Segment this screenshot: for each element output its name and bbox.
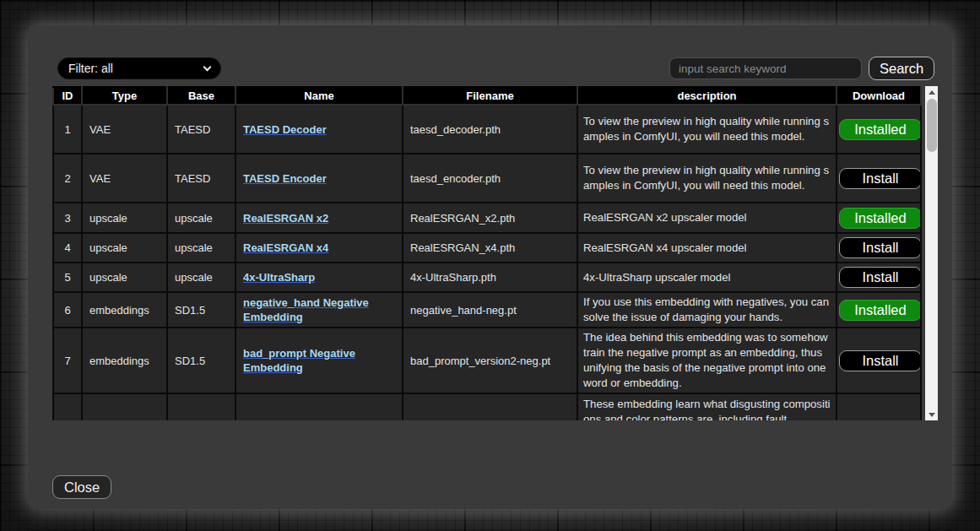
model-link[interactable]: TAESD Encoder	[243, 172, 327, 185]
scrollbar-down-button[interactable]	[925, 409, 938, 420]
column-header-type: Type	[82, 87, 167, 105]
column-header-description: description	[577, 87, 837, 105]
triangle-up-icon	[929, 90, 935, 95]
table-header-row: IDTypeBaseNameFilenamedescriptionDownloa…	[53, 87, 921, 105]
model-link[interactable]: bad_prompt Negative Embedding	[243, 347, 355, 374]
cell-type: upscale	[82, 263, 167, 292]
cell-filename: 4x-UltraSharp.pth	[403, 263, 577, 292]
model-link[interactable]: negative_hand Negative Embedding	[243, 296, 369, 323]
cell-name: RealESRGAN x2	[236, 203, 403, 233]
close-button[interactable]: Close	[52, 475, 111, 499]
table-row: 2 VAE TAESD TAESD Encoder taesd_encoder.…	[53, 154, 921, 203]
model-link[interactable]: RealESRGAN x4	[243, 241, 328, 254]
cell-description: If you use this embedding with negatives…	[577, 292, 837, 328]
model-link[interactable]: 4x-UltraSharp	[243, 271, 315, 284]
column-header-name: Name	[236, 87, 403, 105]
table-row: 5 upscale upscale 4x-UltraSharp 4x-Ultra…	[53, 263, 921, 292]
cell-type: embeddings	[82, 328, 167, 393]
table-row: 7 embeddings SD1.5 bad_prompt Negative E…	[53, 328, 921, 393]
cell-name: RealESRGAN x4	[236, 233, 403, 263]
cell-filename: taesd_encoder.pth	[403, 154, 577, 203]
cell-base: upscale	[167, 203, 236, 233]
filter-dropdown-wrap: Filter: all	[57, 57, 221, 79]
cell-download: Install	[837, 154, 921, 203]
cell-description: To view the preview in high quality whil…	[577, 105, 837, 154]
cell-id	[53, 393, 82, 420]
cell-download	[837, 393, 921, 420]
cell-type: upscale	[82, 203, 167, 233]
cell-download: Installed	[837, 105, 921, 154]
cell-name	[236, 393, 403, 420]
cell-name: negative_hand Negative Embedding	[236, 292, 403, 328]
cell-description: To view the preview in high quality whil…	[577, 154, 837, 203]
table-row: 6 embeddings SD1.5 negative_hand Negativ…	[53, 292, 921, 328]
cell-description: RealESRGAN x2 upscaler model	[577, 203, 837, 233]
models-table: IDTypeBaseNameFilenamedescriptionDownloa…	[52, 86, 922, 420]
column-header-download: Download	[837, 87, 921, 105]
cell-base	[167, 393, 236, 420]
cell-name: TAESD Decoder	[236, 105, 403, 154]
table-row: 1 VAE TAESD TAESD Decoder taesd_decoder.…	[53, 105, 921, 154]
cell-download: Installed	[837, 292, 921, 328]
triangle-down-icon	[929, 413, 935, 417]
cell-name: bad_prompt Negative Embedding	[236, 328, 403, 393]
cell-base: SD1.5	[167, 292, 236, 328]
cell-filename: negative_hand-neg.pt	[403, 292, 577, 328]
table-row: 4 upscale upscale RealESRGAN x4 RealESRG…	[53, 233, 921, 263]
cell-id: 7	[53, 328, 82, 393]
cell-name: 4x-UltraSharp	[236, 263, 403, 292]
cell-filename: RealESRGAN_x4.pth	[403, 233, 577, 263]
cell-type	[82, 393, 167, 420]
scrollbar-thumb[interactable]	[927, 99, 937, 152]
cell-description: 4x-UltraSharp upscaler model	[577, 263, 837, 292]
model-link[interactable]: RealESRGAN x2	[243, 212, 328, 225]
cell-description: RealESRGAN x4 upscaler model	[577, 233, 837, 263]
model-link[interactable]: TAESD Decoder	[243, 123, 327, 136]
installed-button[interactable]: Installed	[839, 300, 921, 321]
cell-description: The idea behind this embedding was to so…	[577, 328, 837, 393]
cell-type: upscale	[82, 233, 167, 263]
cell-description: These embedding learn what disgusting co…	[577, 393, 837, 420]
cell-filename: taesd_decoder.pth	[403, 105, 577, 154]
cell-type: VAE	[82, 105, 167, 154]
cell-download: Install	[837, 263, 921, 292]
cell-filename: bad_prompt_version2-neg.pt	[403, 328, 577, 393]
table-row: 3 upscale upscale RealESRGAN x2 RealESRG…	[53, 203, 921, 233]
cell-base: upscale	[167, 233, 236, 263]
cell-filename	[403, 393, 577, 420]
table-row: These embedding learn what disgusting co…	[53, 393, 921, 420]
cell-download: Installed	[837, 203, 921, 233]
table-scrollbar[interactable]	[925, 86, 938, 420]
cell-base: TAESD	[167, 154, 236, 203]
installed-button[interactable]: Installed	[839, 119, 921, 140]
cell-name: TAESD Encoder	[236, 154, 403, 203]
cell-download: Install	[837, 233, 921, 263]
install-button[interactable]: Install	[839, 168, 921, 189]
install-button[interactable]: Install	[839, 267, 921, 288]
cell-base: upscale	[167, 263, 236, 292]
cell-type: embeddings	[82, 292, 167, 328]
cell-base: TAESD	[167, 105, 236, 154]
cell-id: 4	[53, 233, 82, 263]
install-models-dialog: Filter: all Search IDTypeBaseNameFilenam…	[28, 25, 952, 509]
models-table-container: IDTypeBaseNameFilenamedescriptionDownloa…	[52, 86, 938, 420]
install-button[interactable]: Install	[839, 350, 921, 371]
cell-filename: RealESRGAN_x2.pth	[403, 203, 577, 233]
column-header-id: ID	[53, 87, 82, 105]
cell-id: 3	[53, 203, 82, 233]
installed-button[interactable]: Installed	[839, 208, 921, 229]
cell-download: Install	[837, 328, 921, 393]
filter-select[interactable]: Filter: all	[57, 57, 221, 79]
install-button[interactable]: Install	[839, 237, 921, 258]
cell-id: 2	[53, 154, 82, 203]
scrollbar-up-button[interactable]	[925, 86, 938, 98]
cell-id: 5	[53, 263, 82, 292]
cell-id: 6	[53, 292, 82, 328]
search-button[interactable]: Search	[869, 57, 934, 80]
column-header-base: Base	[167, 87, 236, 105]
column-header-filename: Filename	[403, 87, 577, 105]
cell-id: 1	[53, 105, 82, 154]
cell-type: VAE	[82, 154, 167, 203]
cell-base: SD1.5	[167, 328, 236, 393]
search-input[interactable]	[669, 57, 862, 79]
